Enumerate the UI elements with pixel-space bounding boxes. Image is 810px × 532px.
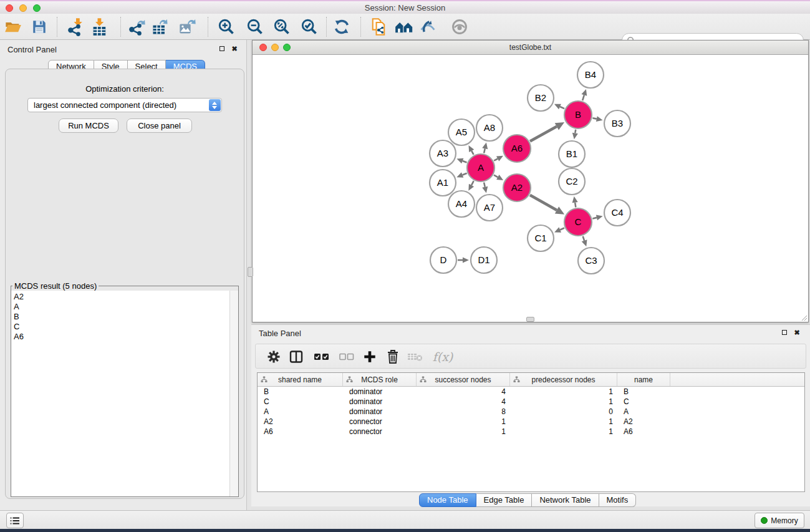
float-table-panel-icon[interactable] [780,329,789,337]
export-network-button[interactable] [127,16,148,37]
edge-A2-C[interactable] [530,195,557,210]
table-row[interactable]: Adominator80A [258,407,804,417]
tab-network-table[interactable]: Network Table [532,493,599,507]
node-B3[interactable]: B3 [604,110,630,137]
node-table[interactable]: shared nameMCDS rolesuccessor nodesprede… [257,372,805,492]
node-A4[interactable]: A4 [448,191,475,217]
edge-B-B1[interactable] [575,130,576,133]
mcds-result-item[interactable]: B [14,312,227,322]
criterion-dropdown[interactable]: largest connected component (directed) [27,98,222,112]
node-A[interactable]: A [467,154,494,181]
zoom-in-button[interactable] [216,16,237,37]
tab-motifs[interactable]: Motifs [599,493,637,507]
node-B[interactable]: B [564,101,592,128]
tab-edge-table[interactable]: Edge Table [476,493,533,507]
node-A7[interactable]: A7 [476,195,503,221]
function-builder-button[interactable]: f(x) [429,347,456,366]
edge-A-A6[interactable] [494,158,498,160]
edge-A-A1[interactable] [463,173,467,175]
close-panel-button[interactable]: Close panel [127,118,192,133]
mcds-result-item[interactable]: C [14,322,227,332]
edge-A6-B[interactable] [530,127,557,142]
column-header-shared-name[interactable]: shared name [258,373,343,386]
column-header-MCDS-role[interactable]: MCDS role [343,373,417,386]
node-B4[interactable]: B4 [577,62,604,88]
memory-button[interactable]: Memory [755,513,804,528]
export-image-button[interactable] [177,16,198,37]
edge-A-A3[interactable] [463,161,467,163]
edge-B-B2[interactable] [560,107,564,109]
network-graph[interactable]: B4B2BB3A5A8A6B1A3AC2A1A2A4A7CC4C1C3DD1 [253,55,808,322]
deselect-all-button[interactable] [337,347,356,366]
node-A5[interactable]: A5 [448,119,475,145]
delete-table-button[interactable] [406,347,425,366]
node-A1[interactable]: A1 [430,170,456,196]
run-mcds-button[interactable]: Run MCDS [59,118,118,133]
column-header-successor-nodes[interactable]: successor nodes [417,373,510,386]
table-row[interactable]: Cdominator41C [258,397,804,407]
open-session-button[interactable] [2,16,24,37]
mcds-result-item[interactable]: A2 [14,292,227,302]
export-table-button[interactable] [150,16,171,37]
zoom-selected-button[interactable] [299,16,320,37]
node-C3[interactable]: C3 [578,248,604,274]
close-table-panel-icon[interactable]: ✖ [793,329,801,337]
edge-A-A8[interactable] [484,148,485,153]
node-C4[interactable]: C4 [604,200,630,226]
node-B2[interactable]: B2 [528,85,554,111]
column-header-predecessor-nodes[interactable]: predecessor nodes [510,373,617,386]
edge-A-A7[interactable] [484,182,485,186]
import-table-button[interactable] [89,16,110,37]
table-settings-button[interactable] [264,347,283,366]
node-A8[interactable]: A8 [476,115,503,141]
table-row[interactable]: Bdominator41B [258,387,804,397]
result-scrollbar[interactable] [229,291,238,496]
table-row[interactable]: A2connector11A2 [258,417,804,427]
column-header-name[interactable]: name [617,373,670,386]
clone-network-button[interactable] [368,16,389,37]
node-D[interactable]: D [430,247,456,273]
node-C2[interactable]: C2 [559,168,585,195]
refresh-button[interactable] [331,16,352,37]
zoom-fit-button[interactable] [271,16,292,37]
node-A6[interactable]: A6 [503,135,531,162]
edge-C-C2[interactable] [575,203,576,208]
resize-grip-icon[interactable] [800,314,808,321]
close-panel-icon[interactable]: ✖ [230,46,239,53]
first-neighbors-button[interactable] [393,16,415,37]
edge-A-A2[interactable] [494,175,498,177]
edge-C-C3[interactable] [583,236,584,241]
select-all-button[interactable] [312,347,331,366]
import-network-button[interactable] [65,16,87,37]
show-columns-button[interactable] [287,347,306,366]
node-D1[interactable]: D1 [471,247,497,273]
float-panel-icon[interactable] [218,46,226,53]
table-row[interactable]: A6connector11A6 [258,427,804,437]
show-graphics-eye-button[interactable] [449,16,470,37]
edge-C-C4[interactable] [592,218,597,219]
node-A2[interactable]: A2 [503,174,531,201]
node-A3[interactable]: A3 [430,140,456,167]
edge-C-C1[interactable] [560,228,564,230]
window-titlebar: Session: New Session [0,0,810,14]
node-B1[interactable]: B1 [559,141,585,167]
edge-B-B4[interactable] [582,95,584,100]
mcds-result-item[interactable]: A [14,302,227,312]
zoom-out-button[interactable] [244,16,266,37]
vertical-splitter-handle[interactable] [248,267,253,277]
delete-column-button[interactable] [383,347,402,366]
graphics-details-button[interactable] [417,16,438,37]
mcds-result-item[interactable]: A6 [14,332,227,342]
network-window-titlebar[interactable]: testGlobe.txt [253,41,808,55]
edge-A-A5[interactable] [471,151,473,155]
node-C[interactable]: C [564,208,592,236]
node-C1[interactable]: C1 [528,225,554,251]
edge-A-A4[interactable] [471,181,474,185]
task-history-button[interactable] [6,513,24,528]
edge-B-B3[interactable] [592,118,596,118]
add-column-button[interactable] [360,347,379,366]
export-image-icon [178,17,197,36]
horizontal-splitter-handle[interactable] [526,317,534,322]
save-session-button[interactable] [29,16,50,37]
tab-node-table[interactable]: Node Table [419,493,476,507]
